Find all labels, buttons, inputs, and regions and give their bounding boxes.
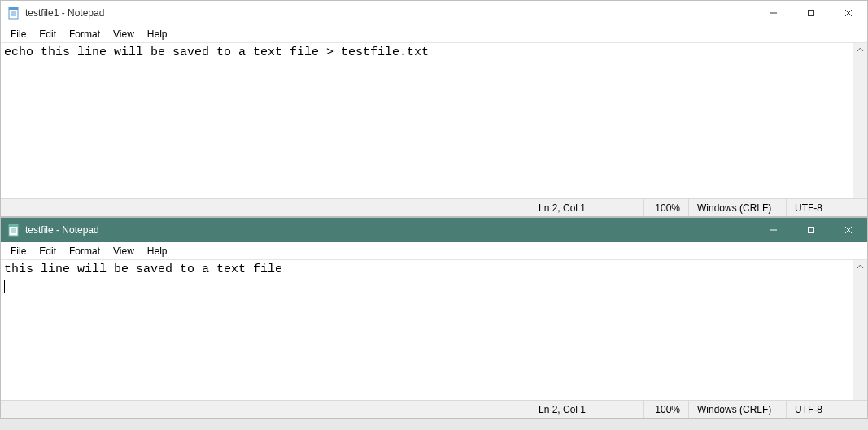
scroll-up-icon[interactable] — [853, 260, 867, 274]
menu-help[interactable]: Help — [141, 27, 174, 41]
menubar: File Edit Format View Help — [1, 25, 867, 43]
svg-rect-10 — [9, 224, 18, 227]
svg-rect-15 — [809, 228, 814, 233]
notepad-window-2: testfile - Notepad File Edit Format View… — [0, 217, 868, 419]
vertical-scrollbar[interactable] — [853, 260, 867, 400]
titlebar[interactable]: testfile1 - Notepad — [1, 1, 867, 25]
minimize-button[interactable] — [755, 1, 792, 25]
text-cursor — [4, 280, 5, 293]
notepad-icon — [7, 7, 20, 20]
statusbar: Ln 2, Col 1 100% Windows (CRLF) UTF-8 — [1, 198, 867, 216]
window-controls — [755, 1, 867, 25]
menu-help[interactable]: Help — [141, 244, 174, 258]
status-encoding: UTF-8 — [786, 199, 867, 216]
scroll-up-icon[interactable] — [853, 43, 867, 57]
maximize-button[interactable] — [792, 218, 830, 242]
menubar: File Edit Format View Help — [1, 242, 867, 260]
text-editor[interactable]: echo this line will be saved to a text f… — [1, 43, 853, 198]
status-line-ending: Windows (CRLF) — [688, 199, 786, 216]
menu-edit[interactable]: Edit — [33, 27, 63, 41]
close-button[interactable] — [830, 218, 867, 242]
minimize-button[interactable] — [755, 218, 792, 242]
menu-file[interactable]: File — [4, 27, 33, 41]
menu-view[interactable]: View — [107, 244, 141, 258]
status-cursor-pos: Ln 2, Col 1 — [530, 401, 643, 418]
menu-format[interactable]: Format — [63, 27, 107, 41]
svg-rect-1 — [9, 7, 18, 10]
status-zoom: 100% — [643, 401, 688, 418]
menu-view[interactable]: View — [107, 27, 141, 41]
window-title: testfile1 - Notepad — [25, 7, 104, 19]
menu-edit[interactable]: Edit — [33, 244, 63, 258]
desktop-gap — [0, 419, 868, 430]
notepad-icon — [7, 224, 20, 237]
notepad-window-1: testfile1 - Notepad File Edit Format Vie… — [0, 0, 868, 217]
text-editor[interactable]: this line will be saved to a text file — [1, 260, 853, 400]
editor-text: this line will be saved to a text file — [4, 263, 290, 276]
statusbar: Ln 2, Col 1 100% Windows (CRLF) UTF-8 — [1, 400, 867, 418]
window-title: testfile - Notepad — [25, 224, 99, 236]
status-cursor-pos: Ln 2, Col 1 — [530, 199, 643, 216]
window-controls — [755, 218, 867, 242]
status-zoom: 100% — [643, 199, 688, 216]
status-encoding: UTF-8 — [786, 401, 867, 418]
menu-format[interactable]: Format — [63, 244, 107, 258]
svg-rect-6 — [809, 11, 814, 16]
maximize-button[interactable] — [792, 1, 830, 25]
menu-file[interactable]: File — [4, 244, 33, 258]
titlebar[interactable]: testfile - Notepad — [1, 218, 867, 242]
vertical-scrollbar[interactable] — [853, 43, 867, 198]
close-button[interactable] — [830, 1, 867, 25]
status-line-ending: Windows (CRLF) — [688, 401, 786, 418]
